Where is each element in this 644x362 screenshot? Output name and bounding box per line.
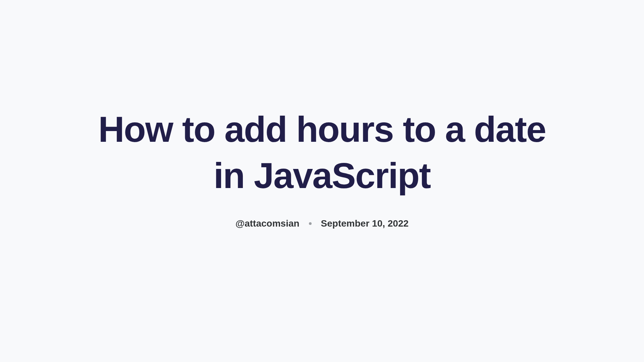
article-header: How to add hours to a date in JavaScript… (87, 106, 557, 229)
publish-date: September 10, 2022 (321, 218, 409, 229)
article-meta: @attacomsian September 10, 2022 (87, 218, 557, 229)
author-handle: @attacomsian (235, 218, 300, 229)
article-title: How to add hours to a date in JavaScript (87, 106, 557, 199)
separator-dot (309, 222, 312, 225)
